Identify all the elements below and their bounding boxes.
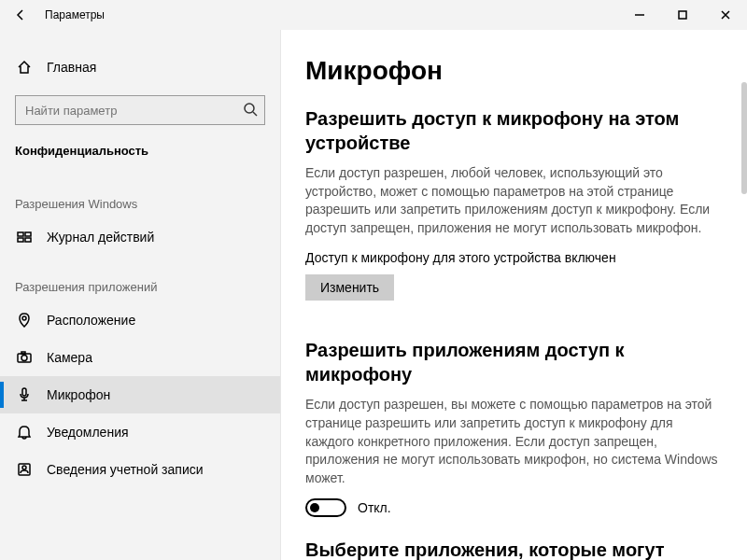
apps-access-toggle[interactable] — [305, 498, 346, 517]
apps-access-toggle-row: Откл. — [305, 498, 723, 517]
svg-point-12 — [22, 466, 26, 469]
svg-point-1 — [245, 104, 254, 113]
svg-rect-9 — [21, 352, 25, 354]
maximize-button[interactable] — [661, 0, 704, 30]
sidebar-item-label: Микрофон — [34, 387, 110, 402]
account-icon — [15, 462, 34, 477]
sidebar-item-location[interactable]: Расположение — [0, 301, 280, 339]
content-area: Микрофон Разрешить доступ к микрофону на… — [280, 30, 747, 560]
scrollbar[interactable] — [741, 82, 747, 194]
sidebar: Главная Конфиденциальность Разрешения Wi… — [0, 30, 280, 560]
svg-rect-2 — [18, 232, 23, 236]
category-header: Конфиденциальность — [0, 138, 280, 173]
sidebar-item-notifications[interactable]: Уведомления — [0, 413, 280, 451]
sidebar-item-label: Камера — [34, 350, 92, 365]
toggle-state-label: Откл. — [358, 500, 391, 515]
notifications-icon — [15, 425, 34, 440]
sidebar-item-camera[interactable]: Камера — [0, 339, 280, 376]
minimize-button[interactable] — [618, 0, 661, 30]
sidebar-item-label: Расположение — [34, 313, 135, 328]
section1-heading: Разрешить доступ к микрофону на этом уст… — [305, 106, 723, 155]
page-title: Микрофон — [305, 56, 723, 86]
activity-icon — [15, 230, 34, 245]
sidebar-item-account-info[interactable]: Сведения учетной записи — [0, 451, 280, 488]
window-controls — [618, 0, 747, 30]
svg-rect-10 — [22, 388, 26, 396]
sidebar-item-label: Уведомления — [34, 425, 129, 440]
section3-heading: Выберите приложения, которые могут получ… — [305, 538, 723, 560]
search-input[interactable] — [15, 95, 265, 125]
back-button[interactable] — [0, 0, 41, 30]
arrow-left-icon — [14, 8, 27, 21]
section1-body: Если доступ разрешен, любой человек, исп… — [305, 164, 723, 237]
group-windows-permissions: Разрешения Windows — [0, 173, 280, 218]
sidebar-item-label: Сведения учетной записи — [34, 462, 204, 477]
sidebar-item-activity-history[interactable]: Журнал действий — [0, 218, 280, 256]
home-icon — [15, 60, 34, 75]
home-link[interactable]: Главная — [0, 49, 280, 86]
sidebar-item-label: Журнал действий — [34, 230, 154, 245]
close-button[interactable] — [704, 0, 747, 30]
section2-body: Если доступ разрешен, вы можете с помощь… — [305, 396, 723, 487]
search-box[interactable] — [15, 95, 265, 125]
svg-point-8 — [21, 356, 27, 361]
home-label: Главная — [34, 60, 96, 75]
section2-heading: Разрешить приложениям доступ к микрофону — [305, 338, 723, 386]
svg-point-6 — [22, 316, 26, 320]
location-icon — [15, 313, 34, 328]
titlebar: Параметры — [0, 0, 747, 30]
svg-rect-4 — [18, 238, 23, 242]
sidebar-item-microphone[interactable]: Микрофон — [0, 376, 280, 413]
microphone-icon — [15, 387, 34, 402]
svg-rect-0 — [679, 11, 686, 19]
device-access-status: Доступ к микрофону для этого устройства … — [305, 250, 723, 265]
change-button[interactable]: Изменить — [305, 274, 394, 301]
group-app-permissions: Разрешения приложений — [0, 256, 280, 301]
svg-rect-3 — [25, 232, 31, 236]
search-icon — [243, 102, 258, 120]
window-title: Параметры — [41, 8, 105, 21]
svg-rect-5 — [25, 238, 31, 242]
camera-icon — [15, 350, 34, 365]
toggle-knob — [310, 503, 319, 512]
